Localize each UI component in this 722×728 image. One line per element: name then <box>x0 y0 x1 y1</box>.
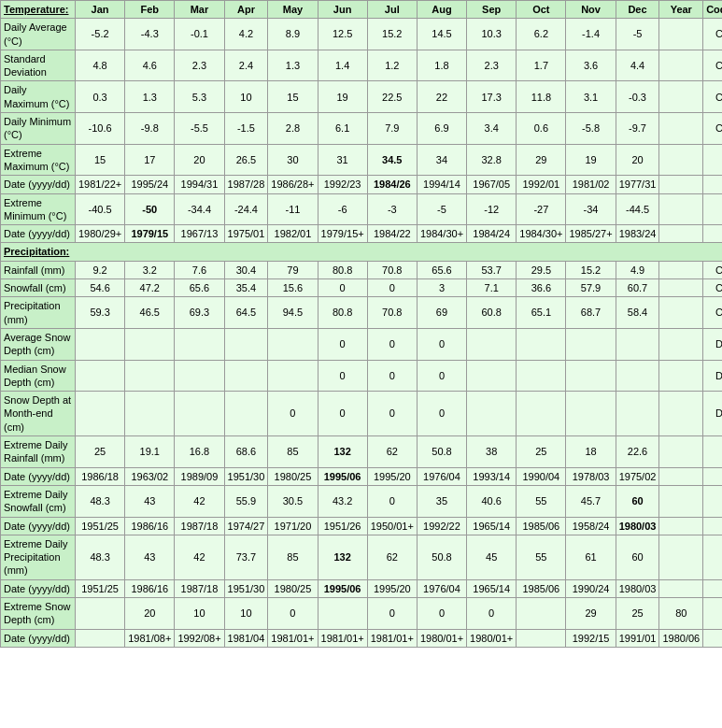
cell-value: 48.3 <box>76 535 125 579</box>
cell-value: 1994/31 <box>175 176 224 193</box>
cell-value: 65.1 <box>517 297 566 329</box>
cell-value: 1987/28 <box>224 176 268 193</box>
cell-value <box>175 328 224 360</box>
cell-value <box>659 485 703 517</box>
col-oct: Oct <box>517 1 566 19</box>
cell-value: 80.8 <box>318 261 367 278</box>
cell-value <box>616 360 659 392</box>
cell-value: 1981/02 <box>566 176 616 193</box>
table-row: Extreme Daily Precipitation (mm)48.34342… <box>1 535 723 579</box>
cell-value <box>659 81 703 113</box>
cell-value: 1967/13 <box>175 225 224 243</box>
cell-value <box>224 392 268 436</box>
cell-value: 1965/14 <box>467 517 517 535</box>
cell-value: 0 <box>367 279 417 297</box>
table-row: Date (yyyy/dd)1951/251986/161987/181974/… <box>1 517 723 535</box>
cell-value: -40.5 <box>76 193 125 225</box>
cell-value <box>566 360 616 392</box>
row-label: Extreme Daily Rainfall (mm) <box>1 436 76 468</box>
table-row: Daily Minimum (°C)-10.6-9.8-5.5-1.52.86.… <box>1 113 723 145</box>
col-feb: Feb <box>125 1 175 19</box>
cell-value: 35.4 <box>224 279 268 297</box>
row-label: Date (yyyy/dd) <box>1 517 76 535</box>
cell-value: 16.8 <box>175 436 224 468</box>
climate-table: Temperature: Jan Feb Mar Apr May Jun Jul… <box>0 0 722 648</box>
cell-value: 1995/06 <box>318 467 367 485</box>
table-row: Date (yyyy/dd)1981/08+1992/08+1981/04198… <box>1 629 723 647</box>
col-jul: Jul <box>367 1 417 19</box>
cell-value: C <box>703 279 722 297</box>
cell-value: -9.7 <box>616 113 659 145</box>
cell-value: 55.9 <box>224 485 268 517</box>
col-apr: Apr <box>224 1 268 19</box>
cell-value: 1971/20 <box>268 517 318 535</box>
col-year: Year <box>659 1 703 19</box>
cell-value: 25 <box>616 597 659 629</box>
cell-value: 1981/04 <box>224 629 268 647</box>
cell-value <box>224 328 268 360</box>
col-may: May <box>268 1 318 19</box>
cell-value <box>703 485 722 517</box>
cell-value: 8.9 <box>268 19 318 50</box>
cell-value: 17.3 <box>467 81 517 113</box>
cell-value: 62 <box>367 436 417 468</box>
cell-value: 25 <box>517 436 566 468</box>
cell-value <box>616 392 659 436</box>
cell-value <box>76 629 125 647</box>
cell-value: 14.5 <box>417 19 466 50</box>
cell-value: 0 <box>367 485 417 517</box>
cell-value <box>659 360 703 392</box>
cell-value <box>659 19 703 50</box>
cell-value: 1992/23 <box>318 176 367 193</box>
row-label: Daily Average (°C) <box>1 19 76 50</box>
precipitation-label: Precipitation: <box>1 243 723 261</box>
cell-value: -34 <box>566 193 616 225</box>
cell-value: 1980/03 <box>616 579 659 597</box>
table-row: Extreme Maximum (°C)15172026.5303134.534… <box>1 144 723 176</box>
cell-value: -24.4 <box>224 193 268 225</box>
cell-value: 31 <box>318 144 367 176</box>
table-row: Date (yyyy/dd)1981/22+1995/241994/311987… <box>1 176 723 193</box>
cell-value: 25 <box>76 436 125 468</box>
cell-value: 60 <box>616 485 659 517</box>
cell-value: 1985/06 <box>517 579 566 597</box>
cell-value: -5.8 <box>566 113 616 145</box>
cell-value: 7.6 <box>175 261 224 278</box>
cell-value <box>125 392 175 436</box>
cell-value: 1.4 <box>318 50 367 81</box>
cell-value <box>659 467 703 485</box>
cell-value: 34 <box>417 144 466 176</box>
cell-value: 1986/18 <box>76 467 125 485</box>
cell-value <box>659 225 703 243</box>
cell-value: 20 <box>125 597 175 629</box>
cell-value: 1976/04 <box>417 579 466 597</box>
cell-value: D <box>703 392 722 436</box>
cell-value: 1995/24 <box>125 176 175 193</box>
cell-value: C <box>703 113 722 145</box>
cell-value: D <box>703 360 722 392</box>
cell-value: 60.7 <box>616 279 659 297</box>
cell-value: 65.6 <box>175 279 224 297</box>
cell-value: 4.4 <box>616 50 659 81</box>
cell-value: 1984/24 <box>467 225 517 243</box>
cell-value: 1965/14 <box>467 579 517 597</box>
cell-value: 62 <box>367 535 417 579</box>
cell-value <box>517 328 566 360</box>
cell-value: 15 <box>268 81 318 113</box>
cell-value: 1976/04 <box>417 467 466 485</box>
cell-value: 50.8 <box>417 436 466 468</box>
cell-value: 0 <box>417 360 466 392</box>
cell-value <box>175 392 224 436</box>
cell-value: 1992/15 <box>566 629 616 647</box>
cell-value: 19 <box>318 81 367 113</box>
cell-value: 6.1 <box>318 113 367 145</box>
row-label: Extreme Daily Snowfall (cm) <box>1 485 76 517</box>
cell-value: -5.5 <box>175 113 224 145</box>
cell-value: 0 <box>318 392 367 436</box>
cell-value <box>659 297 703 329</box>
table-row: Date (yyyy/dd)1951/251986/161987/181951/… <box>1 579 723 597</box>
cell-value: 1993/14 <box>467 467 517 485</box>
cell-value: 1983/24 <box>616 225 659 243</box>
col-mar: Mar <box>175 1 224 19</box>
cell-value <box>125 360 175 392</box>
